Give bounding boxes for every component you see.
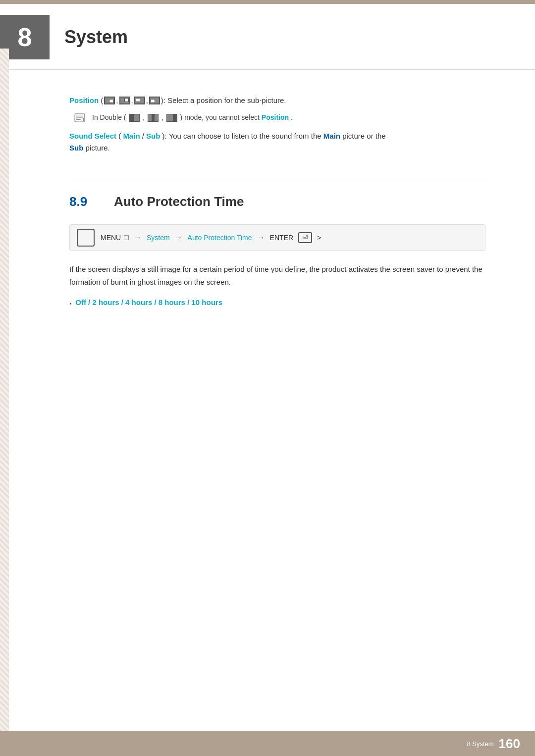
sound-select-line: Sound Select ( Main / Sub ): You can cho… <box>69 130 485 154</box>
note-prefix: In Double ( <box>92 113 126 121</box>
pip-icon-br <box>104 97 115 104</box>
footer-text: 8 System <box>467 740 493 748</box>
page-footer: 8 System 160 <box>0 731 535 756</box>
nav-system-label: System <box>147 234 170 242</box>
nav-auto-protection-label: Auto Protection Time <box>188 234 252 242</box>
nav-arrow-3: → <box>257 233 265 242</box>
nav-arrow-2: → <box>175 233 183 242</box>
ss-end: picture. <box>86 144 110 152</box>
nav-breadcrumb: MENU □ → System → Auto Protection Time →… <box>69 224 485 251</box>
sidebar-accent <box>0 49 9 731</box>
section-title: Auto Protection Time <box>114 194 244 209</box>
ss-slash: / <box>142 132 146 140</box>
pip-icon-tl <box>134 97 145 104</box>
comma3: , <box>146 95 148 106</box>
nav-arrow-1: → <box>134 233 142 242</box>
double-icon-2 <box>148 114 159 122</box>
position-desc: ): Select a position for the sub-picture… <box>161 95 286 106</box>
note-end: . <box>291 113 293 121</box>
ss-main2: Main <box>323 132 340 140</box>
pip-icon-bl <box>149 97 160 104</box>
comma1: , <box>116 95 118 106</box>
sound-select-keyword: Sound Select <box>69 132 116 140</box>
position-line: Position ( , , , ): Select a position fo… <box>69 95 485 106</box>
double-icon-1 <box>129 114 140 122</box>
position-keyword: Position <box>69 95 99 106</box>
comma-d1: , <box>143 113 145 121</box>
nav-enter-icon: ⏎ <box>298 232 312 243</box>
menu-icon <box>77 229 95 247</box>
section-number: 8.9 <box>69 194 104 209</box>
chapter-number: 8 <box>18 22 32 52</box>
section-header: 8.9 Auto Protection Time <box>69 179 485 209</box>
chapter-title: System <box>64 27 128 48</box>
note-text: In Double ( , , ) mode, you cannot selec… <box>92 112 293 123</box>
ss-open: ( <box>118 132 121 140</box>
description-text: If the screen displays a still image for… <box>69 263 485 288</box>
position-open-paren: ( <box>99 95 103 106</box>
chapter-header: 8 System <box>0 0 535 70</box>
main-content: Position ( , , , ): Select a position fo… <box>0 70 535 317</box>
note-icon <box>74 113 88 124</box>
nav-enter-label: ENTER <box>270 234 293 242</box>
options-bullet: ▪ <box>69 300 71 307</box>
nav-more-label: > <box>317 234 321 242</box>
ss-sub: Sub <box>146 132 160 140</box>
top-stripe <box>0 0 535 4</box>
ss-mid: picture or the <box>342 132 386 140</box>
nav-menu-label: MENU <box>101 234 121 242</box>
ss-sub2: Sub <box>69 144 83 152</box>
position-section: Position ( , , , ): Select a position fo… <box>69 95 485 154</box>
footer-page-number: 160 <box>499 736 520 752</box>
comma-d2: , <box>161 113 163 121</box>
ss-main: Main <box>123 132 140 140</box>
options-text: Off / 2 hours / 4 hours / 8 hours / 10 h… <box>75 298 222 306</box>
note-line: In Double ( , , ) mode, you cannot selec… <box>69 112 485 124</box>
nav-monitor-icon: □ <box>124 233 129 242</box>
comma2: , <box>131 95 133 106</box>
menu-icon-lines <box>85 234 87 242</box>
note-middle: ) mode, you cannot select <box>180 113 260 121</box>
double-icon-3 <box>166 114 177 122</box>
pip-icon-tr <box>119 97 130 104</box>
note-position-keyword: Position <box>262 113 289 121</box>
ss-close: ): You can choose to listen to the sound… <box>162 132 323 140</box>
options-label: Off / 2 hours / 4 hours / 8 hours / 10 h… <box>75 298 222 306</box>
options-list: ▪ Off / 2 hours / 4 hours / 8 hours / 10… <box>69 298 485 307</box>
